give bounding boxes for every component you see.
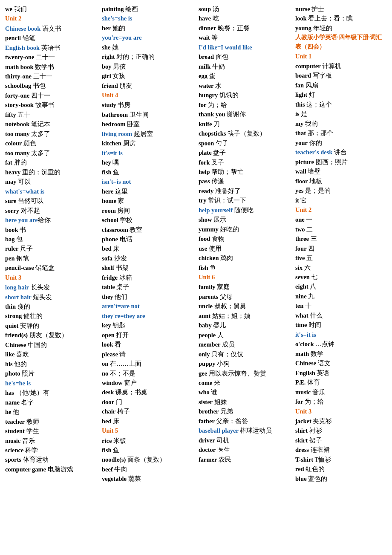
english-word: my xyxy=(295,120,303,127)
chinese-meaning: 家庭 xyxy=(215,283,230,290)
word-line: colour 颜色 xyxy=(5,139,97,148)
word-line: heavy 重的；沉重的 xyxy=(5,168,97,177)
english-word: quiet xyxy=(5,322,18,329)
chinese-meaning: T恤衫 xyxy=(313,456,331,463)
chinese-meaning: 米饭 xyxy=(112,437,126,444)
chinese-meaning: 窗户 xyxy=(122,379,137,386)
word-line: wait 等 xyxy=(199,33,290,42)
chinese-meaning: 包 xyxy=(15,236,23,243)
chinese-meaning: 我的 xyxy=(303,120,318,127)
word-line: jacket 夹克衫 xyxy=(295,416,387,426)
english-word: sofa xyxy=(102,255,112,262)
english-word: teacher's desk xyxy=(295,149,332,156)
chinese-meaning: 十 xyxy=(303,302,311,309)
chinese-meaning: 重的；沉重的 xyxy=(20,169,61,176)
word-line: eight 八 xyxy=(295,282,387,291)
word-line: egg 蛋 xyxy=(199,71,290,81)
chinese-meaning: 太多了 xyxy=(30,150,51,156)
chinese-meaning: 三十一 xyxy=(32,73,52,80)
word-line: Unit 3 xyxy=(295,407,387,416)
english-word: fat xyxy=(5,159,12,166)
word-line: teacher's desk 讲台 xyxy=(295,147,387,157)
english-word: hey xyxy=(102,159,111,166)
english-word: nine xyxy=(295,293,307,300)
chinese-meaning: 书包 xyxy=(31,82,46,89)
english-word: aunt xyxy=(199,312,210,319)
column-1: we 我们Unit 2Chinese book 语文书pencil 铅笔Engl… xyxy=(3,4,98,474)
chinese-meaning: 英语书 xyxy=(40,44,61,51)
word-line: student 学生 xyxy=(5,426,97,436)
chinese-meaning: 连衣裙 xyxy=(309,446,330,453)
english-word: colour xyxy=(5,140,22,147)
word-line: P.E. 体育 xyxy=(295,378,387,387)
chinese-meaning: 数学 xyxy=(309,350,323,357)
word-line: help 帮助；帮忙 xyxy=(199,167,290,176)
word-line: here you are给你 xyxy=(5,215,97,225)
chinese-meaning: 是 xyxy=(300,110,308,117)
chinese-meaning: 牛肉 xyxy=(113,466,127,473)
chinese-meaning: 为；给 xyxy=(207,101,228,108)
chinese-meaning: 红色的 xyxy=(304,465,325,472)
word-line: yummy 好吃的 xyxy=(199,225,290,234)
word-line: Unit 2 xyxy=(295,205,387,215)
english-word: sure xyxy=(5,197,16,204)
chinese-meaning: 蔬菜 xyxy=(127,475,141,482)
word-line: two 二 xyxy=(295,225,387,234)
word-line: ready 准备好了 xyxy=(199,186,290,196)
chinese-meaning: 夹克衫 xyxy=(311,418,332,425)
word-line: computer 计算机 xyxy=(295,61,387,71)
english-word: music xyxy=(5,437,20,444)
english-word: study xyxy=(102,101,116,108)
english-word: skirt xyxy=(295,437,308,444)
english-word: English xyxy=(295,370,315,376)
english-word: photo xyxy=(5,370,20,377)
chinese-meaning: 传递 xyxy=(210,178,225,185)
chinese-meaning: 人 xyxy=(216,332,224,338)
english-word: pen xyxy=(5,255,15,262)
english-word: beef xyxy=(102,466,113,473)
chinese-meaning: 书架 xyxy=(114,264,129,271)
chinese-meaning: 年轻的 xyxy=(311,25,332,32)
chinese-meaning: 鸡肉 xyxy=(219,254,233,261)
column-2: painting 绘画she's=she isher 她的you're=you … xyxy=(100,4,195,484)
word-line: living room 起居室 xyxy=(102,129,193,139)
english-word: wait xyxy=(199,34,210,41)
chinese-meaning: 四 xyxy=(307,245,315,252)
chinese-meaning: 面包 xyxy=(214,53,228,60)
chinese-meaning: 墙壁 xyxy=(306,168,321,175)
english-word: fish xyxy=(199,264,208,271)
word-line: family 家庭 xyxy=(199,282,290,292)
word-line: phone 电话 xyxy=(102,234,193,244)
word-line: door 门 xyxy=(102,397,193,407)
word-line: room 房间 xyxy=(102,206,193,215)
english-word: uncle xyxy=(199,303,213,309)
chinese-meaning: 吃 xyxy=(211,15,219,22)
word-line: member 成员 xyxy=(199,340,290,349)
chinese-meaning: 一 xyxy=(305,216,313,223)
english-word: parents xyxy=(199,293,218,300)
chinese-meaning: 医生 xyxy=(216,446,230,453)
word-line: brother 兄弟 xyxy=(199,407,290,416)
english-word: you're=you are xyxy=(102,34,142,41)
chinese-meaning: 太多了 xyxy=(30,130,51,137)
english-word: he xyxy=(5,408,12,415)
word-line: shelf 书架 xyxy=(102,263,193,272)
chinese-meaning: 五十 xyxy=(16,111,31,118)
word-line: shirt 衬衫 xyxy=(295,426,387,435)
english-word: boy xyxy=(102,63,112,70)
word-line: I'd like=I would like xyxy=(199,43,290,52)
chinese-meaning: 电话 xyxy=(118,236,133,243)
word-line: music 音乐 xyxy=(5,436,97,445)
word-line: story-book 故事书 xyxy=(5,100,97,110)
english-word: blue xyxy=(295,475,307,482)
word-line: friend 朋友 xyxy=(102,81,193,90)
chinese-meaning: 牛奶 xyxy=(210,63,225,70)
english-word: bathroom xyxy=(102,111,128,118)
english-word: it xyxy=(295,197,299,204)
word-line: open 打开 xyxy=(102,330,193,340)
english-word: please xyxy=(102,351,118,358)
english-word: five xyxy=(295,254,305,261)
chinese-meaning: 教师 xyxy=(25,418,39,425)
chinese-meaning: 音乐 xyxy=(20,437,35,444)
word-line: friend(s) 朋友（复数） xyxy=(5,330,97,340)
